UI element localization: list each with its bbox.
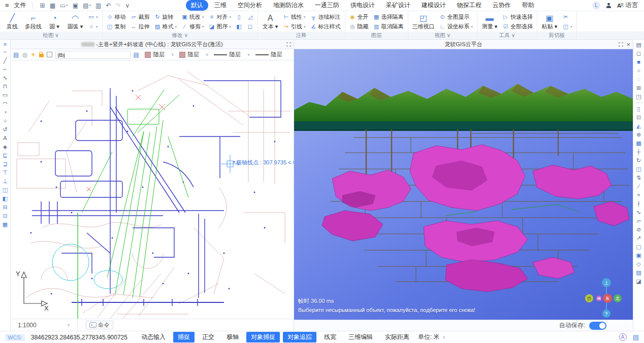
gizmo-down[interactable]: 下 — [604, 312, 608, 316]
toolbar-more-icon[interactable]: ∨ — [125, 3, 130, 9]
open-file-icon[interactable]: ▭▾ — [60, 3, 68, 9]
linear-dim-button[interactable]: ⊢线性▾ — [283, 13, 306, 21]
mirror[interactable]: ◭ — [636, 122, 640, 130]
print-icon[interactable]: ▥ — [95, 3, 101, 9]
scene-box[interactable]: ◳ — [636, 92, 641, 101]
menu-tab[interactable]: 一通三防 — [310, 0, 344, 11]
distribute-horizontal[interactable]: ◧ — [3, 194, 8, 203]
menu-tab[interactable]: 地测防治水 — [268, 0, 309, 11]
orientation-gizmo[interactable]: 上 下 西 南 东 北 — [585, 278, 622, 318]
fullscreen-icon[interactable] — [286, 42, 291, 47]
lasso-select[interactable]: ◌ — [637, 75, 640, 84]
break-point[interactable]: × — [637, 191, 640, 199]
text-button[interactable]: A文本 ▾ — [262, 14, 278, 30]
autosave-toggle[interactable] — [589, 322, 606, 330]
viewport-3d-button[interactable]: ◰三维视口 — [412, 14, 435, 30]
format-painter-button[interactable]: ▨格式▾ — [154, 23, 177, 30]
layout-template-icon[interactable]: ▦ — [50, 3, 55, 9]
status-toggle[interactable]: 线宽 — [319, 332, 341, 342]
move-button[interactable]: ⊹移动 — [107, 13, 126, 21]
align-button[interactable]: ≡对齐▾ — [209, 13, 232, 21]
fillet-button[interactable]: ◻ — [247, 23, 253, 30]
status-toggle[interactable]: 对象捕捉 — [246, 332, 280, 342]
cut-button[interactable]: ✂ — [562, 13, 572, 21]
new-file-icon[interactable]: ⊞ — [40, 3, 45, 9]
line-button[interactable]: ╱直线 — [4, 14, 20, 30]
hamburger-menu-icon[interactable]: ≡ — [4, 2, 10, 9]
measure-button[interactable]: ▬测量 ▾ — [481, 14, 498, 30]
hatch-fill[interactable]: ▨ — [636, 268, 641, 277]
ratio-1-1[interactable]: ▦ — [3, 220, 8, 229]
box-3d[interactable]: ◇ — [636, 260, 640, 268]
stretch-button[interactable]: ↔拉伸 — [131, 23, 150, 30]
rotate-object[interactable]: ↻ — [636, 156, 641, 165]
menu-tab[interactable]: 物探工程 — [452, 0, 487, 11]
layer-sun-icon[interactable]: ☀ — [30, 52, 36, 58]
explode-button[interactable]: ◧ — [236, 23, 242, 30]
command-line-button[interactable]: >_ 命令 — [86, 321, 113, 329]
stamp[interactable]: ⊕ — [636, 130, 641, 139]
paste-board-a[interactable]: ▢ — [636, 243, 641, 251]
circle-select[interactable]: ○ — [637, 66, 640, 75]
align-top[interactable]: ⊤ — [3, 168, 8, 177]
point-tool[interactable]: ╌ — [4, 48, 7, 56]
bylayer-combo-1[interactable]: 随层∨ — [142, 50, 177, 59]
cad-canvas[interactable]: 极轴线点 : 307.9735 < 0°0'0" Y X — [11, 60, 294, 319]
distribute-vertical[interactable]: ⊟ — [3, 203, 7, 212]
frame-pick[interactable]: ◻ — [636, 49, 641, 58]
unit-select[interactable]: 单位: 米 ∨ — [418, 333, 446, 341]
move-object[interactable]: ┼ — [637, 148, 641, 156]
arc-tool[interactable]: ◠ — [3, 99, 8, 108]
menu-tab[interactable]: 供电设计 — [345, 0, 380, 11]
fullscreen-icon[interactable] — [619, 42, 623, 47]
annotate-edit[interactable]: ▤ — [636, 41, 641, 49]
stretch-object[interactable]: ⇅ — [636, 174, 641, 182]
menu-tab[interactable]: 云协作 — [488, 0, 516, 11]
ellipse-tool[interactable]: ○ — [4, 117, 7, 125]
user-initial-badge[interactable]: L — [592, 2, 600, 10]
polygon-tool[interactable]: ⊓ — [3, 82, 8, 91]
scene-3d-viewport[interactable]: 上 下 西 南 东 北 帧时 36.00 ms Выберите несырьм… — [294, 49, 633, 320]
delete-object[interactable]: ▯ — [637, 105, 640, 113]
select-all-button[interactable]: ☑全部选择 — [502, 23, 533, 30]
trim-object[interactable]: ∤ — [637, 199, 640, 208]
scale-select[interactable]: 1:1000 ∨ — [11, 319, 78, 331]
ellipse-button[interactable]: ○▾ — [88, 23, 98, 30]
delete-button[interactable]: ▯ — [236, 13, 242, 21]
circle-tool[interactable]: ◔ — [4, 108, 7, 117]
layers-stack-icon[interactable]: ▤ — [134, 52, 139, 58]
chamfer-button[interactable]: ◿ — [247, 13, 253, 21]
status-toggle[interactable]: 捕捉 — [173, 332, 195, 342]
clip-button[interactable]: ▱裁剪 — [131, 13, 150, 21]
menu-tab[interactable]: 空间分析 — [233, 0, 267, 11]
layer-visibility-icon[interactable]: ◍ — [22, 52, 27, 58]
menu-tab[interactable]: 帮助 — [517, 0, 539, 11]
all-layers-on-button[interactable]: ◉全开 — [349, 13, 369, 21]
hatch-edit[interactable]: ◪ — [636, 277, 641, 286]
layer-manager-icon[interactable]: ▤ — [13, 52, 19, 58]
bylayer-combo-2[interactable]: 随层∨ — [177, 50, 211, 59]
paste-button[interactable]: ▣粘贴 ▾ — [541, 14, 558, 30]
modify-line[interactable]: ⊘ — [636, 225, 641, 234]
leader-line[interactable]: ↗ — [636, 234, 641, 243]
clip-rect[interactable]: ▱ — [636, 217, 640, 225]
block-grid[interactable]: ▩ — [636, 139, 641, 148]
undo-icon[interactable]: ↶ — [106, 3, 111, 9]
copy-button[interactable]: ◫复制 — [107, 23, 126, 30]
expand-panel-button[interactable]: » — [4, 41, 7, 48]
overview-map[interactable]: ⊞ — [636, 84, 641, 92]
zoom-extents-button[interactable]: ⊙全图显示 — [439, 13, 473, 21]
leader-button[interactable]: ↪引线▾ — [283, 23, 306, 30]
rectangle-button[interactable]: ▭▾ — [88, 13, 98, 21]
gizmo-south[interactable]: 南 — [597, 296, 601, 301]
user-icon[interactable] — [605, 2, 612, 9]
status-toggle[interactable]: 正交 — [198, 332, 219, 342]
language-switcher[interactable]: A文 语言 — [617, 1, 638, 10]
unisolate-button[interactable]: ▥取消隔离 — [373, 23, 404, 30]
menu-tab[interactable]: 三维 — [209, 0, 232, 11]
polyline-button[interactable]: ⌐多段线 — [25, 14, 42, 30]
dim-style-button[interactable]: ∡标注样式 — [310, 23, 341, 30]
spline-tool[interactable]: ∿ — [3, 74, 7, 82]
hatch-tool[interactable]: ◈ — [3, 143, 7, 151]
circle-button[interactable]: ◔圆 ▾ — [46, 14, 62, 30]
